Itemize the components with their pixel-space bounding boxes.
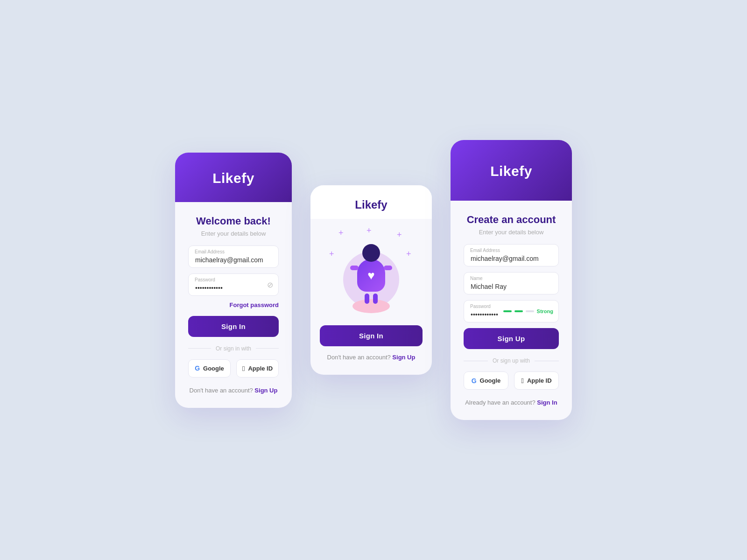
illus-legs — [365, 294, 378, 304]
eye-icon[interactable]: ⊘ — [267, 280, 273, 289]
illus-arm-right — [384, 266, 392, 270]
left-logo: Likefy — [212, 170, 254, 186]
plus-icon-2: + — [366, 226, 372, 236]
plus-icon-4: + — [329, 249, 334, 259]
divider-line-left — [188, 348, 211, 349]
right-password-field: Password Strong — [464, 300, 559, 322]
right-apple-label: Apple ID — [527, 377, 552, 384]
left-google-label: Google — [203, 365, 224, 372]
middle-sign-in-button[interactable]: Sign In — [320, 325, 423, 346]
left-email-field: Email Address — [188, 245, 279, 268]
strength-bar-3 — [526, 310, 534, 312]
heart-icon: ♥ — [367, 268, 374, 283]
illus-arms — [350, 266, 392, 270]
illus-body: ♥ — [357, 259, 385, 292]
right-bottom-text: Already have an account? Sign In — [465, 399, 557, 406]
right-card-body: Create an account Enter your details bel… — [451, 201, 572, 420]
right-or-divider: Or sign up with — [464, 357, 559, 364]
strength-label: Strong — [537, 308, 553, 314]
left-card-header: Likefy — [175, 153, 292, 202]
middle-bottom-text: Don't have an account? Sign Up — [327, 354, 416, 361]
middle-bottom-prefix: Don't have an account? — [327, 354, 393, 361]
plus-icon-5: + — [406, 249, 411, 259]
right-name-field: Name — [464, 272, 559, 294]
left-sign-in-button[interactable]: Sign In — [188, 316, 279, 337]
right-bottom-prefix: Already have an account? — [465, 399, 537, 406]
right-subtitle: Enter your details below — [479, 229, 544, 236]
right-card-header: Likefy — [451, 140, 572, 201]
right-name-input[interactable] — [464, 272, 559, 294]
left-apple-label: Apple ID — [248, 365, 273, 372]
right-social-buttons: G Google  Apple ID — [464, 371, 559, 390]
right-google-icon: G — [472, 377, 477, 385]
right-apple-button[interactable]:  Apple ID — [514, 371, 559, 390]
right-title: Create an account — [467, 214, 556, 226]
left-card: Likefy Welcome back! Enter your details … — [175, 153, 292, 408]
divider-line-right — [256, 348, 279, 349]
apple-icon:  — [242, 364, 245, 372]
right-divider-line-right — [535, 361, 559, 361]
right-logo: Likefy — [490, 163, 532, 179]
scene: Likefy Welcome back! Enter your details … — [0, 112, 747, 448]
right-google-button[interactable]: G Google — [464, 371, 508, 390]
right-or-text: Or sign up with — [493, 357, 530, 364]
left-title: Welcome back! — [196, 215, 271, 227]
left-password-field: Password ⊘ — [188, 273, 279, 296]
left-social-buttons: G Google  Apple ID — [188, 359, 279, 378]
middle-header: Likefy — [310, 185, 432, 219]
right-apple-icon:  — [521, 377, 523, 385]
illus-leg-right — [373, 294, 378, 304]
left-password-input[interactable] — [188, 273, 279, 296]
illus-arm-left — [350, 266, 359, 270]
or-text-left: Or sign in with — [216, 345, 251, 352]
strength-bar-1 — [503, 310, 512, 312]
middle-signup-link[interactable]: Sign Up — [392, 354, 415, 361]
left-bottom-prefix: Don't have an account? — [190, 387, 255, 394]
right-email-field: Email Address — [464, 244, 559, 266]
left-card-body: Welcome back! Enter your details below E… — [175, 202, 292, 408]
illus-figure: ♥ — [357, 244, 385, 304]
right-signin-link[interactable]: Sign In — [537, 399, 557, 406]
middle-logo: Likefy — [318, 198, 424, 211]
left-bottom-text: Don't have an account? Sign Up — [190, 387, 278, 394]
right-card: Likefy Create an account Enter your deta… — [451, 140, 572, 420]
left-signup-link[interactable]: Sign Up — [254, 387, 277, 394]
right-google-label: Google — [480, 377, 501, 384]
strength-indicator: Strong — [503, 308, 553, 314]
illustration: + + + + + ♥ — [324, 224, 418, 317]
middle-card: Likefy + + + + + ♥ — [310, 185, 432, 375]
illus-head — [362, 244, 380, 262]
google-icon: G — [195, 364, 200, 372]
left-or-divider: Or sign in with — [188, 345, 279, 352]
left-email-input[interactable] — [188, 245, 279, 268]
left-google-button[interactable]: G Google — [188, 359, 231, 378]
plus-icon-1: + — [338, 228, 344, 238]
forgot-password-link[interactable]: Forgot password — [230, 301, 279, 308]
plus-icon-3: + — [397, 230, 402, 240]
right-divider-line-left — [464, 361, 488, 361]
right-sign-up-button[interactable]: Sign Up — [464, 328, 559, 349]
strength-bar-2 — [514, 310, 523, 312]
illus-leg-left — [365, 294, 369, 304]
left-apple-button[interactable]:  Apple ID — [236, 359, 279, 378]
right-email-input[interactable] — [464, 244, 559, 266]
left-subtitle: Enter your details below — [201, 230, 266, 237]
